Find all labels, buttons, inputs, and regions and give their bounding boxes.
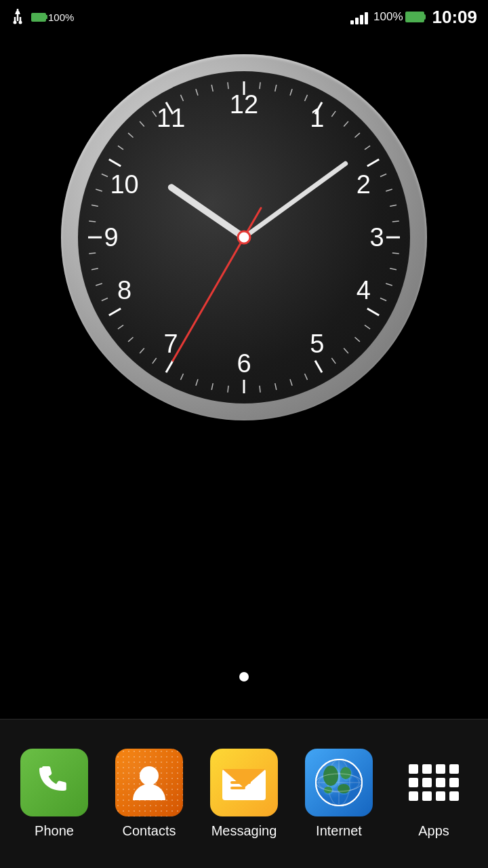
svg-point-3 [14, 21, 17, 24]
svg-line-58 [128, 133, 133, 138]
svg-line-17 [380, 174, 386, 176]
status-right: 100% 10:09 [350, 7, 477, 28]
apps-app-icon[interactable] [400, 749, 468, 816]
svg-line-65 [228, 82, 228, 89]
clock-outer: 12 1 2 3 4 5 6 7 8 9 10 11 [61, 54, 427, 420]
battery-percent-small: 100% [48, 12, 74, 23]
battery-percent: 100% [373, 10, 403, 24]
status-time: 10:09 [432, 7, 478, 28]
svg-line-50 [89, 253, 96, 254]
svg-point-87 [338, 784, 350, 793]
dock-item-phone[interactable]: Phone [20, 749, 88, 839]
apps-grid [403, 759, 464, 806]
svg-line-24 [386, 283, 392, 285]
svg-line-62 [180, 95, 183, 101]
svg-line-49 [92, 269, 98, 270]
dock-item-apps[interactable]: Apps [400, 749, 468, 839]
svg-point-85 [323, 766, 338, 786]
internet-label: Internet [316, 823, 362, 839]
svg-line-67 [244, 163, 346, 237]
svg-line-46 [109, 309, 121, 315]
svg-rect-73 [230, 781, 251, 784]
svg-point-86 [340, 767, 351, 779]
svg-point-4 [19, 21, 22, 24]
svg-line-35 [260, 386, 260, 393]
svg-line-32 [304, 374, 307, 380]
svg-line-63 [196, 89, 198, 96]
status-bar: 100% 100% 10:09 [0, 0, 488, 34]
svg-line-60 [152, 111, 157, 117]
svg-line-40 [180, 374, 183, 380]
svg-line-66 [171, 187, 244, 237]
clock-face: 12 1 2 3 4 5 6 7 8 9 10 11 [78, 71, 410, 403]
status-left: 100% [11, 7, 74, 26]
page-indicator [239, 672, 249, 682]
dock-item-messaging[interactable]: Messaging [210, 749, 278, 839]
svg-line-10 [304, 95, 307, 101]
svg-line-42 [152, 358, 157, 363]
svg-line-57 [118, 146, 123, 150]
phone-label: Phone [35, 823, 74, 839]
messaging-label: Messaging [211, 823, 277, 839]
dock-item-internet[interactable]: Internet [305, 749, 373, 839]
phone-app-icon[interactable] [20, 749, 88, 816]
svg-line-29 [344, 348, 348, 353]
svg-line-41 [166, 361, 173, 372]
svg-line-19 [390, 205, 396, 206]
svg-line-11 [315, 102, 322, 114]
svg-line-34 [275, 383, 277, 390]
svg-line-43 [140, 348, 144, 353]
internet-app-icon[interactable] [305, 749, 373, 816]
svg-line-28 [354, 337, 359, 342]
svg-line-33 [290, 379, 292, 386]
svg-line-20 [392, 221, 399, 222]
contacts-app-icon[interactable] [115, 749, 183, 816]
svg-line-15 [365, 146, 370, 150]
svg-line-9 [290, 89, 292, 96]
svg-line-13 [344, 121, 348, 126]
svg-line-30 [331, 358, 336, 363]
svg-line-38 [211, 383, 213, 390]
dock-item-contacts[interactable]: Contacts [115, 749, 183, 839]
signal-icon [350, 9, 368, 24]
svg-point-69 [238, 231, 250, 243]
battery-large: 100% [373, 10, 424, 24]
svg-line-25 [380, 298, 386, 300]
svg-line-61 [166, 102, 173, 114]
internet-icon [312, 755, 366, 810]
svg-line-47 [102, 298, 108, 300]
svg-line-14 [354, 133, 359, 138]
svg-line-18 [386, 189, 392, 191]
svg-line-39 [196, 379, 198, 386]
svg-line-7 [260, 82, 260, 89]
svg-line-53 [92, 205, 98, 206]
svg-rect-5 [16, 12, 20, 14]
svg-line-22 [392, 253, 399, 254]
usb-icon [11, 7, 24, 26]
svg-line-12 [331, 111, 336, 117]
svg-line-37 [228, 386, 228, 393]
svg-line-26 [367, 309, 379, 315]
svg-line-48 [96, 283, 102, 285]
svg-line-56 [109, 159, 121, 166]
page-dot-1 [239, 672, 249, 682]
messaging-app-icon[interactable] [210, 749, 278, 816]
svg-line-23 [390, 269, 396, 270]
svg-line-27 [365, 325, 370, 329]
svg-line-55 [102, 174, 108, 176]
phone-icon [34, 762, 75, 803]
svg-rect-74 [230, 787, 245, 789]
svg-line-8 [275, 85, 277, 92]
dock: Phone Contacts Messa [0, 719, 488, 868]
svg-line-31 [315, 361, 322, 372]
svg-line-44 [128, 337, 133, 342]
clock-widget: 12 1 2 3 4 5 6 7 8 9 10 11 [61, 54, 427, 420]
messaging-icon [220, 762, 268, 803]
svg-line-68 [173, 208, 261, 361]
svg-line-45 [118, 325, 123, 329]
apps-label: Apps [418, 823, 449, 839]
svg-line-54 [96, 189, 102, 191]
contacts-label: Contacts [123, 823, 176, 839]
svg-point-88 [324, 787, 332, 793]
svg-line-64 [211, 85, 213, 92]
